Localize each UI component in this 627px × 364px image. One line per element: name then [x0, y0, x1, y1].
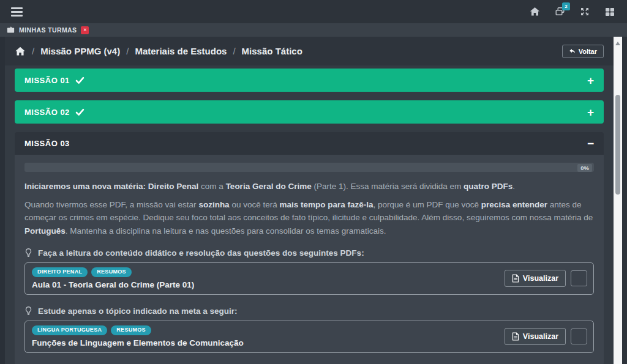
scrollbar[interactable]: [614, 37, 622, 364]
tab-minhas-turmas[interactable]: MINHAS TURMAS: [19, 26, 77, 34]
material-title: Funções de Linguagem e Elementos de Comu…: [32, 338, 244, 347]
task-instruction-text: Faça a leitura do conteúdo didático e re…: [38, 248, 364, 258]
breadcrumb-separator: /: [32, 46, 34, 56]
breadcrumb-home-icon[interactable]: [15, 46, 26, 56]
visualizar-label: Visualizar: [523, 274, 558, 283]
breadcrumb-item-materials[interactable]: Materiais de Estudos: [135, 46, 227, 56]
visualizar-button[interactable]: Visualizar: [505, 328, 566, 345]
type-badge: RESUMOS: [91, 267, 132, 277]
mission-title: MISSÃO 02: [24, 108, 70, 117]
lightbulb-icon: [24, 306, 32, 316]
menu-icon[interactable]: [11, 7, 23, 17]
breadcrumb-item-current: Missão Tático: [242, 46, 302, 56]
briefcase-icon: [7, 26, 15, 34]
lightbulb-icon: [24, 248, 32, 258]
content-wrapper: / Missão PPMG (v4) / Materiais de Estudo…: [5, 37, 614, 364]
breadcrumb: / Missão PPMG (v4) / Materiais de Estudo…: [5, 37, 614, 65]
file-icon: [512, 332, 519, 341]
expand-icon[interactable]: +: [587, 106, 594, 118]
task-instruction-1: Faça a leitura do conteúdo didático e re…: [24, 248, 594, 258]
mission-detail-paragraph: Quando tivermos esse PDF, a missão vai e…: [24, 198, 594, 239]
visualizar-button[interactable]: Visualizar: [505, 270, 566, 287]
check-icon: [75, 76, 84, 84]
task-instruction-2: Estude apenas o tópico indicado na meta …: [24, 306, 594, 316]
type-badge: RESUMOS: [111, 325, 151, 335]
fullscreen-icon[interactable]: [579, 6, 591, 18]
material-card-1: DIREITO PENAL RESUMOS Aula 01 - Teoria G…: [24, 262, 594, 295]
missao-03-body: 0% Iniciaremos uma nova matéria: Direito…: [15, 155, 604, 364]
check-icon: [75, 108, 84, 116]
breadcrumb-item-mission[interactable]: Missão PPMG (v4): [40, 46, 120, 56]
file-icon: [512, 274, 519, 283]
accordion-missao-03-header[interactable]: MISSÃO 03 −: [15, 132, 604, 155]
grid-icon[interactable]: [604, 6, 616, 18]
task-checkbox[interactable]: [571, 270, 587, 286]
breadcrumb-separator: /: [126, 46, 129, 56]
accordion-missao-01[interactable]: MISSÃO 01 +: [15, 69, 604, 92]
material-card-2: LÍNGUA PORTUGUESA RESUMOS Funções de Lin…: [24, 321, 594, 353]
mission-title: MISSÃO 03: [24, 139, 70, 148]
collapse-icon[interactable]: −: [587, 138, 594, 149]
subject-badge: DIREITO PENAL: [32, 267, 88, 277]
mission-title: MISSÃO 01: [24, 76, 70, 85]
breadcrumb-separator: /: [233, 46, 235, 56]
windows-icon[interactable]: 2: [554, 6, 566, 18]
tab-bar: MINHAS TURMAS ✕: [0, 23, 627, 37]
expand-icon[interactable]: +: [587, 75, 594, 86]
right-edge-strip: [622, 37, 627, 364]
home-icon[interactable]: [528, 6, 541, 18]
topbar-icons: 2: [528, 6, 616, 18]
subject-badge: LÍNGUA PORTUGUESA: [32, 325, 107, 335]
progress-bar: 0%: [24, 163, 594, 172]
task-instruction-text: Estude apenas o tópico indicado na meta …: [38, 306, 238, 316]
accordion-missao-02[interactable]: MISSÃO 02 +: [15, 100, 604, 124]
visualizar-label: Visualizar: [523, 332, 558, 341]
notification-badge: 2: [562, 2, 570, 10]
progress-percent: 0%: [577, 164, 592, 172]
back-button-label: Voltar: [579, 48, 597, 55]
back-button[interactable]: Voltar: [562, 45, 604, 58]
scroll-up-arrow-icon[interactable]: [615, 42, 620, 45]
material-title: Aula 01 - Teoria Geral do Crime (Parte 0…: [32, 280, 194, 289]
accordion-missao-03: MISSÃO 03 − 0% Iniciaremos uma nova maté…: [15, 132, 604, 364]
back-arrow-icon: [569, 48, 576, 54]
task-checkbox[interactable]: [571, 329, 587, 344]
left-edge-strip: [0, 37, 5, 364]
main-area: / Missão PPMG (v4) / Materiais de Estudo…: [0, 37, 627, 364]
mission-intro-paragraph: Iniciaremos uma nova matéria: Direito Pe…: [24, 180, 594, 193]
scrollbar-thumb[interactable]: [615, 95, 620, 195]
close-tab-icon[interactable]: ✕: [81, 26, 89, 34]
missions-list: MISSÃO 01 + MISSÃO 02 + MISSÃO 03 −: [5, 65, 614, 364]
top-navbar: 2: [0, 0, 627, 23]
